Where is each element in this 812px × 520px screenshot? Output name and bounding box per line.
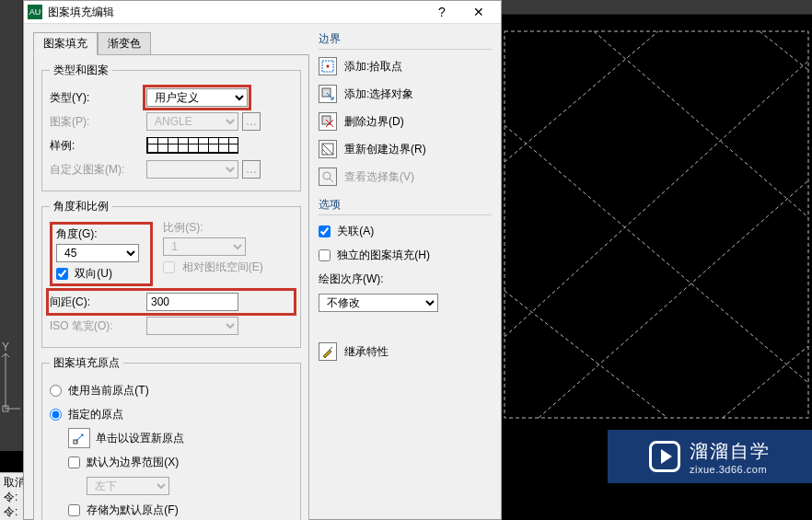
play-icon — [649, 441, 680, 472]
use-current-radio[interactable] — [50, 385, 62, 397]
tab-gradient[interactable]: 渐变色 — [98, 32, 151, 55]
magnifier-icon — [319, 168, 337, 186]
recreate-boundary-icon — [319, 140, 337, 158]
spacing-input[interactable] — [146, 293, 238, 311]
svg-line-5 — [505, 291, 667, 418]
ucs-icon: Y — [2, 341, 22, 421]
pattern-label: 图案(P): — [50, 114, 146, 130]
svg-rect-0 — [505, 31, 808, 418]
watermark-url: zixue.3d66.com — [690, 464, 771, 475]
paperspace-checkbox — [163, 261, 175, 273]
svg-line-2 — [505, 61, 808, 337]
legend: 图案填充原点 — [50, 355, 123, 371]
crosshair-icon — [73, 432, 86, 445]
indep-checkbox[interactable] — [319, 249, 331, 261]
bidir-check-label[interactable]: 双向(U) — [56, 266, 112, 282]
paperspace-check-label: 相对图纸空间(E) — [163, 260, 262, 275]
iso-label: ISO 笔宽(O): — [50, 318, 146, 334]
extents-select: 左下 — [87, 477, 169, 495]
angle-label: 角度(G): — [56, 227, 98, 240]
pick-origin-label: 单击以设置新原点 — [96, 431, 184, 446]
remove-boundary-button[interactable]: 删除边界(D) — [319, 110, 492, 133]
pattern-select: ANGLE — [146, 112, 238, 131]
pattern-swatch[interactable] — [146, 137, 238, 154]
remove-boundary-icon — [319, 112, 337, 131]
scale-select: 1 — [163, 237, 246, 256]
specify-radio-label[interactable]: 指定的原点 — [50, 407, 123, 422]
watermark-cn: 溜溜自学 — [690, 439, 771, 464]
specify-radio[interactable] — [50, 409, 62, 421]
type-label: 类型(Y): — [50, 90, 146, 106]
indep-check-label[interactable]: 独立的图案填充(H) — [319, 248, 430, 263]
assoc-checkbox[interactable] — [319, 225, 331, 237]
svg-line-1 — [505, 31, 658, 162]
legend: 角度和比例 — [50, 199, 112, 214]
svg-line-6 — [505, 125, 808, 383]
view-selection-button: 查看选择集(V) — [319, 166, 492, 188]
add-select-button[interactable]: 添加:选择对象 — [319, 83, 492, 105]
assoc-check-label[interactable]: 关联(A) — [319, 224, 374, 239]
hatch-edit-dialog: AU 图案填充编辑 ? ✕ 图案填充 渐变色 类型和图案 类型(Y): — [23, 0, 502, 520]
custom-label: 自定义图案(M): — [50, 162, 146, 178]
type-select[interactable]: 用户定义 — [146, 88, 248, 107]
inherit-button[interactable]: 继承特性 — [319, 341, 492, 363]
bidir-checkbox[interactable] — [56, 268, 68, 280]
watermark: 溜溜自学 zixue.3d66.com — [608, 430, 812, 483]
pattern-browse-button: … — [242, 112, 261, 131]
add-pick-button[interactable]: 添加:拾取点 — [319, 55, 492, 77]
draworder-select[interactable]: 不修改 — [319, 294, 438, 312]
iso-select — [146, 317, 238, 335]
store-default-label[interactable]: 存储为默认原点(F) — [68, 503, 179, 518]
brush-icon — [319, 342, 337, 361]
app-icon: AU — [28, 5, 42, 19]
svg-line-4 — [723, 346, 808, 418]
spacing-label: 间距(C): — [50, 295, 146, 310]
svg-point-12 — [327, 65, 330, 68]
sample-label: 样例: — [50, 138, 146, 154]
tab-hatch[interactable]: 图案填充 — [33, 32, 98, 55]
help-button[interactable]: ? — [423, 3, 460, 21]
tabs: 图案填充 渐变色 — [33, 31, 309, 54]
legend: 类型和图案 — [50, 63, 112, 78]
svg-line-3 — [539, 180, 808, 418]
group-type-pattern: 类型和图案 类型(Y): 用户定义 图案(P): — [41, 63, 301, 191]
dialog-title: 图案填充编辑 — [48, 5, 423, 20]
close-button[interactable]: ✕ — [460, 3, 497, 21]
svg-line-8 — [760, 31, 808, 70]
default-extents-checkbox[interactable] — [68, 456, 80, 468]
select-object-icon — [319, 85, 337, 103]
svg-line-7 — [594, 31, 808, 217]
angle-select[interactable]: 45 — [56, 244, 139, 262]
store-default-checkbox[interactable] — [68, 504, 80, 516]
scale-label: 比例(S): — [163, 221, 203, 234]
boundary-title: 边界 — [319, 31, 492, 50]
use-current-radio-label[interactable]: 使用当前原点(T) — [50, 383, 149, 399]
options-title: 选项 — [319, 197, 492, 215]
custom-browse-button: … — [242, 160, 261, 179]
pick-origin-button[interactable] — [68, 428, 90, 448]
svg-point-16 — [323, 172, 331, 179]
group-origin: 图案填充原点 使用当前原点(T) 指定的原点 — [41, 355, 301, 520]
draworder-label: 绘图次序(W): — [319, 272, 384, 287]
custom-select — [146, 160, 238, 179]
default-extents-label[interactable]: 默认为边界范围(X) — [68, 455, 179, 470]
recreate-boundary-button[interactable]: 重新创建边界(R) — [319, 138, 492, 160]
group-angle-scale: 角度和比例 角度(G): 45 双向(U) 比例 — [41, 199, 301, 348]
titlebar: AU 图案填充编辑 ? ✕ — [24, 1, 501, 24]
pick-point-icon — [319, 57, 337, 75]
